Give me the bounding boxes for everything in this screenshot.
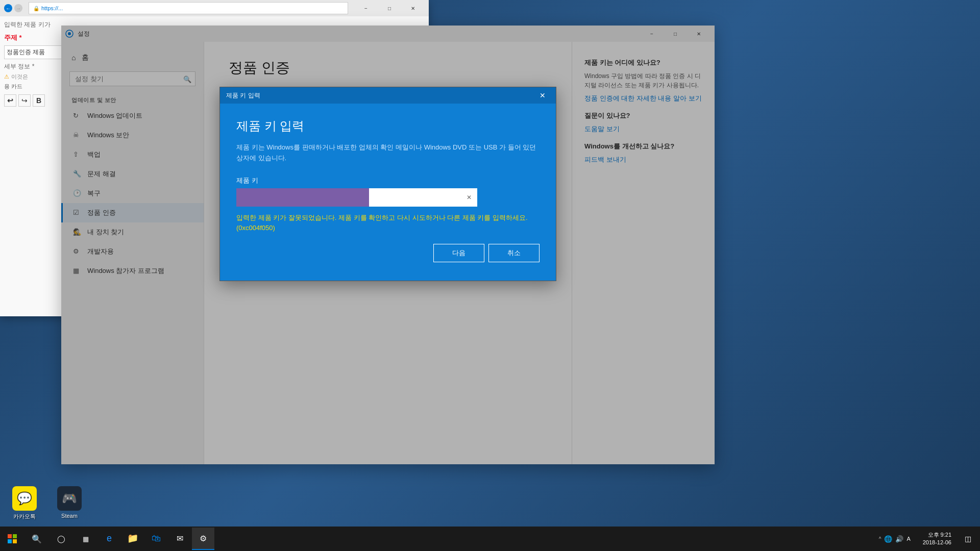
kakaotalk-desktop-icon[interactable]: 💬 카카오톡 <box>4 484 45 522</box>
desktop-icons: 💬 카카오톡 🎮 Steam <box>4 484 90 522</box>
taskbar-search-button[interactable]: 🔍 <box>24 527 49 551</box>
volume-icon[interactable]: 🔊 <box>895 535 903 543</box>
redo-button[interactable]: ↪ <box>18 94 31 107</box>
store-icon: 🛍 <box>152 533 161 544</box>
steam-label: Steam <box>61 513 78 519</box>
undo-button[interactable]: ↩ <box>4 94 16 107</box>
bold-button[interactable]: B <box>33 94 45 107</box>
taskbar-clock[interactable]: 오후 9:21 2018-12-06 <box>917 531 958 547</box>
notification-center-button[interactable]: ◫ <box>960 527 976 551</box>
taskbar-explorer-icon[interactable]: 📁 <box>121 528 144 550</box>
mail-icon: ✉ <box>177 534 183 543</box>
product-key-input[interactable] <box>369 188 461 207</box>
kakaotalk-icon-img: 💬 <box>12 486 37 511</box>
notification-icon: ◫ <box>965 535 971 543</box>
task-view-button[interactable]: ▦ <box>74 527 98 551</box>
taskbar: 🔍 ◯ ▦ e 📁 🛍 ✉ ⚙ <box>0 527 980 551</box>
svg-rect-5 <box>13 539 17 543</box>
dialog-clear-button[interactable]: ✕ <box>461 188 477 207</box>
settings-taskbar-icon: ⚙ <box>200 534 207 543</box>
taskbar-pinned-apps: e 📁 🛍 ✉ ⚙ <box>98 528 214 550</box>
taskbar-store-icon[interactable]: 🛍 <box>145 528 167 550</box>
dialog-footer: 다음 취소 <box>236 244 540 266</box>
dialog-input-row: ✕ <box>236 188 540 207</box>
clock-time: 오후 9:21 <box>923 531 951 539</box>
dialog-cancel-button[interactable]: 취소 <box>488 244 540 262</box>
taskbar-search-icon: 🔍 <box>32 534 42 544</box>
product-key-dialog: 제품 키 입력 ✕ 제품 키 입력 제품 키는 Windows를 판매하거나 배… <box>219 87 556 281</box>
dialog-next-button[interactable]: 다음 <box>433 244 484 262</box>
taskbar-right-area: ^ 🌐 🔊 A 오후 9:21 2018-12-06 ◫ <box>875 527 980 551</box>
product-key-filled <box>236 188 369 207</box>
taskbar-settings-icon[interactable]: ⚙ <box>192 528 214 550</box>
ie-icon: e <box>107 533 112 544</box>
windows-logo-icon <box>8 534 17 543</box>
dialog-overlay: 제품 키 입력 ✕ 제품 키 입력 제품 키는 Windows를 판매하거나 배… <box>61 26 715 464</box>
network-icon: 🌐 <box>884 535 892 543</box>
forward-button[interactable]: → <box>14 4 22 12</box>
expand-tray-button[interactable]: ^ <box>879 536 881 542</box>
desktop: ← → 🔒 https://... − □ ✕ 입력한 제품 키가 주제 * 정… <box>0 0 980 551</box>
cortana-icon: ◯ <box>57 535 65 543</box>
system-tray: ^ 🌐 🔊 A <box>875 535 915 543</box>
back-button[interactable]: ← <box>4 4 12 12</box>
cortana-button[interactable]: ◯ <box>49 527 74 551</box>
dialog-body: 제품 키 입력 제품 키는 Windows를 판매하거나 배포한 업체의 확인 … <box>220 104 556 281</box>
settings-window: 설정 − □ ✕ ⌂ 홈 🔍 업데이트 및 보안 ↻ <box>61 26 715 464</box>
dialog-titlebar: 제품 키 입력 ✕ <box>220 87 556 104</box>
dialog-titlebar-text: 제품 키 입력 <box>226 91 260 100</box>
steam-desktop-icon[interactable]: 🎮 Steam <box>49 484 90 522</box>
taskbar-ie-icon[interactable]: e <box>98 528 120 550</box>
close-button[interactable]: ✕ <box>401 0 425 16</box>
dialog-description: 제품 키는 Windows를 판매하거나 배포한 업체의 확인 메일이나 Win… <box>236 142 540 164</box>
svg-rect-4 <box>8 539 12 543</box>
kakaotalk-label: 카카오톡 <box>13 513 36 520</box>
dialog-close-button[interactable]: ✕ <box>535 89 550 102</box>
lang-indicator[interactable]: A <box>906 536 910 542</box>
svg-rect-2 <box>8 534 12 538</box>
clock-date: 2018-12-06 <box>923 539 951 546</box>
steam-icon-img: 🎮 <box>57 486 82 511</box>
folder-icon: 📁 <box>127 533 138 544</box>
minimize-button[interactable]: − <box>354 0 378 16</box>
svg-rect-3 <box>13 534 17 538</box>
dialog-field-label: 제품 키 <box>236 176 540 185</box>
browser-titlebar: ← → 🔒 https://... − □ ✕ <box>0 0 429 16</box>
start-button[interactable] <box>0 527 24 551</box>
task-view-icon: ▦ <box>83 535 89 543</box>
address-bar[interactable]: 🔒 https://... <box>29 2 348 14</box>
dialog-error-message: 입력한 제품 키가 잘못되었습니다. 제품 키를 확인하고 다시 시도하거나 다… <box>236 213 540 234</box>
taskbar-mail-icon[interactable]: ✉ <box>168 528 191 550</box>
dialog-title: 제품 키 입력 <box>236 118 540 134</box>
maximize-button[interactable]: □ <box>378 0 401 16</box>
